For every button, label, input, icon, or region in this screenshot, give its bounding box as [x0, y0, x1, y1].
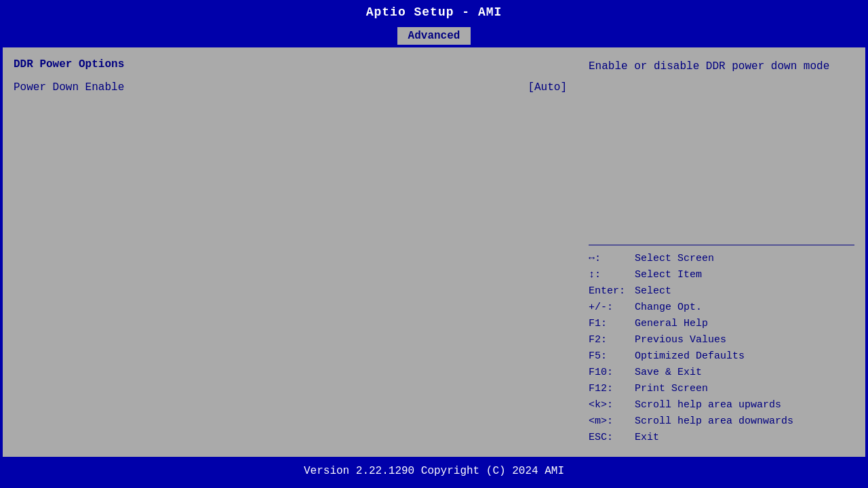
- key-hint-action: Select Screen: [635, 251, 714, 267]
- key-hint-row: F12:Print Screen: [589, 381, 854, 397]
- key-hints: ↔:Select Screen↕:Select ItemEnter:Select…: [589, 251, 854, 446]
- footer: Version 2.22.1290 Copyright (C) 2024 AMI: [0, 460, 868, 483]
- key-hint-action: Previous Values: [635, 332, 726, 348]
- header-title: Aptio Setup - AMI: [0, 0, 868, 24]
- key-hint-row: <m>:Scroll help area downwards: [589, 413, 854, 430]
- key-hint-row: Enter:Select: [589, 283, 854, 300]
- help-text: Enable or disable DDR power down mode: [589, 58, 854, 239]
- key-hint-key: +/-:: [589, 300, 629, 316]
- key-hint-row: F5:Optimized Defaults: [589, 348, 854, 365]
- key-hint-key: ↔:: [589, 251, 629, 267]
- key-hint-row: <k>:Scroll help area upwards: [589, 397, 854, 413]
- key-hint-key: F2:: [589, 332, 629, 348]
- tab-bar: Advanced: [0, 24, 868, 45]
- key-hint-row: F1:General Help: [589, 316, 854, 332]
- key-hint-action: Save & Exit: [635, 365, 702, 381]
- key-hint-action: Change Opt.: [635, 300, 702, 316]
- key-hint-row: ESC:Exit: [589, 430, 854, 446]
- option-row-power-down[interactable]: Power Down Enable [Auto]: [14, 81, 567, 94]
- key-hint-action: Select: [635, 283, 671, 300]
- option-label-power-down: Power Down Enable: [14, 81, 124, 94]
- divider: [589, 245, 854, 245]
- key-hint-action: Scroll help area downwards: [635, 413, 793, 430]
- key-hint-key: <m>:: [589, 413, 629, 430]
- option-value-power-down: [Auto]: [528, 81, 567, 94]
- footer-text: Version 2.22.1290 Copyright (C) 2024 AMI: [304, 465, 564, 477]
- key-hint-key: <k>:: [589, 397, 629, 413]
- section-title: DDR Power Options: [14, 58, 567, 70]
- key-hint-row: ↔:Select Screen: [589, 251, 854, 267]
- key-hint-row: F10:Save & Exit: [589, 365, 854, 381]
- key-hint-key: Enter:: [589, 283, 629, 300]
- key-hint-action: Print Screen: [635, 381, 708, 397]
- key-hint-key: F1:: [589, 316, 629, 332]
- main-content: DDR Power Options Power Down Enable [Aut…: [3, 47, 865, 457]
- key-hint-action: Exit: [635, 430, 659, 446]
- key-hint-key: F12:: [589, 381, 629, 397]
- key-hint-action: Scroll help area upwards: [635, 397, 781, 413]
- app-title: Aptio Setup - AMI: [366, 5, 502, 19]
- key-hint-row: +/-:Change Opt.: [589, 300, 854, 316]
- key-hint-action: Select Item: [635, 267, 702, 283]
- key-hint-row: ↕:Select Item: [589, 267, 854, 283]
- key-hint-key: ↕:: [589, 267, 629, 283]
- key-hint-key: ESC:: [589, 430, 629, 446]
- key-hint-key: F10:: [589, 365, 629, 381]
- left-panel: DDR Power Options Power Down Enable [Aut…: [3, 47, 578, 457]
- tab-advanced[interactable]: Advanced: [397, 27, 471, 45]
- key-hint-action: General Help: [635, 316, 708, 332]
- key-hint-action: Optimized Defaults: [635, 348, 745, 365]
- key-hint-row: F2:Previous Values: [589, 332, 854, 348]
- key-hint-key: F5:: [589, 348, 629, 365]
- right-panel: Enable or disable DDR power down mode ↔:…: [578, 47, 865, 457]
